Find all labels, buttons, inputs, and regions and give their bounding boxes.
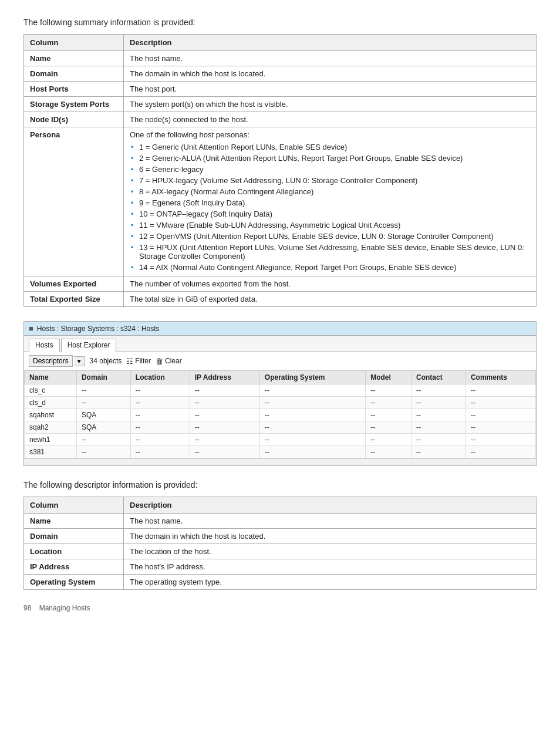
descriptor-column-cell: IP Address: [24, 559, 124, 575]
descriptor-description-cell: The operating system type.: [124, 575, 537, 590]
table-row[interactable]: cls_c--------------: [25, 384, 536, 397]
summary-description-cell: The system port(s) on which the host is …: [124, 97, 537, 112]
data-grid-wrapper: NameDomainLocationIP AddressOperating Sy…: [24, 370, 536, 465]
descriptors-button[interactable]: Descriptors: [29, 355, 73, 367]
summary-description-cell: One of the following host personas:1 = G…: [124, 127, 537, 276]
clear-label[interactable]: Clear: [165, 357, 182, 365]
list-item: 8 = AIX-legacy (Normal Auto Contingent A…: [130, 186, 530, 197]
grid-column-header: Model: [366, 371, 411, 384]
tab-host-explorer[interactable]: Host Explorer: [61, 339, 117, 352]
descriptor-column-cell: Name: [24, 514, 124, 529]
table-cell: --: [465, 384, 535, 397]
table-row[interactable]: cls_d--------------: [25, 397, 536, 409]
list-item: 7 = HPUX-legacy (Volume Set Addressing, …: [130, 175, 530, 186]
table-cell: --: [411, 384, 466, 397]
widget-titlebar: ■ Hosts : Storage Systems : s324 : Hosts: [24, 322, 536, 336]
list-item: 13 = HPUX (Unit Attention Report LUNs, V…: [130, 242, 530, 262]
table-cell: --: [130, 384, 190, 397]
table-cell: --: [366, 446, 411, 458]
descriptor-col-header-description: Description: [124, 497, 537, 514]
list-item: 1 = Generic (Unit Attention Report LUNs,…: [130, 141, 530, 153]
table-cell: SQA: [76, 421, 130, 434]
table-cell: --: [366, 421, 411, 434]
table-cell: --: [76, 434, 130, 446]
table-cell: s381: [25, 446, 77, 458]
summary-column-cell: Total Exported Size: [24, 292, 124, 307]
table-cell: --: [411, 434, 466, 446]
list-item: 9 = Egenera (Soft Inquiry Data): [130, 197, 530, 208]
table-cell: --: [190, 384, 259, 397]
table-cell: --: [130, 409, 190, 421]
widget-title-icon: ■: [29, 324, 33, 333]
summary-description-cell: The number of volumes exported from the …: [124, 276, 537, 292]
page-number: 98: [23, 604, 31, 612]
widget-tab-bar: Hosts Host Explorer: [24, 336, 536, 352]
grid-column-header: Domain: [76, 371, 130, 384]
descriptor-column-cell: Domain: [24, 529, 124, 544]
summary-column-cell: Storage System Ports: [24, 97, 124, 112]
table-cell: --: [259, 397, 365, 409]
table-cell: --: [411, 446, 466, 458]
summary-description-cell: The node(s) connected to the host.: [124, 112, 537, 127]
table-cell: --: [130, 446, 190, 458]
table-cell: --: [366, 409, 411, 421]
table-row[interactable]: sqah2SQA------------: [25, 421, 536, 434]
summary-description-cell: The total size in GiB of exported data.: [124, 292, 537, 307]
page-footer: 98 Managing Hosts: [23, 604, 537, 612]
summary-col-header-column: Column: [24, 35, 124, 51]
summary-column-cell: Node ID(s): [24, 112, 124, 127]
descriptors-control: Descriptors ▼: [29, 355, 85, 367]
table-cell: --: [259, 384, 365, 397]
table-cell: --: [76, 397, 130, 409]
clear-icon: 🗑: [156, 357, 163, 366]
table-cell: --: [190, 397, 259, 409]
descriptor-description-cell: The host's IP address.: [124, 559, 537, 575]
scrollbar[interactable]: [24, 458, 536, 465]
table-row[interactable]: newh1--------------: [25, 434, 536, 446]
grid-column-header: Comments: [465, 371, 535, 384]
table-cell: --: [190, 409, 259, 421]
summary-column-cell: Persona: [24, 127, 124, 276]
descriptors-dropdown[interactable]: ▼: [74, 356, 85, 366]
grid-column-header: Operating System: [259, 371, 365, 384]
tab-hosts[interactable]: Hosts: [29, 339, 60, 352]
table-row[interactable]: sqahostSQA------------: [25, 409, 536, 421]
list-item: 11 = VMware (Enable Sub-LUN Addressing, …: [130, 220, 530, 231]
table-cell: --: [465, 446, 535, 458]
objects-count: 34 objects: [90, 357, 122, 365]
hosts-widget: ■ Hosts : Storage Systems : s324 : Hosts…: [23, 321, 537, 466]
table-cell: cls_c: [25, 384, 77, 397]
widget-title-text: Hosts : Storage Systems : s324 : Hosts: [37, 325, 160, 333]
table-cell: --: [130, 397, 190, 409]
summary-column-cell: Domain: [24, 66, 124, 82]
summary-intro: The following summary information is pro…: [23, 18, 537, 27]
page-label: Managing Hosts: [39, 604, 90, 612]
table-row[interactable]: s381--------------: [25, 446, 536, 458]
table-cell: sqah2: [25, 421, 77, 434]
descriptor-column-cell: Operating System: [24, 575, 124, 590]
table-cell: --: [259, 446, 365, 458]
table-cell: --: [130, 434, 190, 446]
table-cell: sqahost: [25, 409, 77, 421]
summary-column-cell: Host Ports: [24, 82, 124, 97]
list-item: 12 = OpenVMS (Unit Attention Report LUNs…: [130, 231, 530, 242]
table-cell: --: [411, 397, 466, 409]
filter-button[interactable]: ☷ Filter: [126, 357, 151, 366]
table-cell: --: [190, 421, 259, 434]
clear-button[interactable]: 🗑 Clear: [156, 357, 182, 366]
table-cell: --: [76, 446, 130, 458]
descriptor-description-cell: The location of the host.: [124, 544, 537, 559]
table-cell: --: [76, 384, 130, 397]
grid-column-header: Name: [25, 371, 77, 384]
descriptor-column-cell: Location: [24, 544, 124, 559]
table-cell: --: [411, 409, 466, 421]
table-cell: --: [465, 409, 535, 421]
summary-col-header-description: Description: [124, 35, 537, 51]
table-cell: --: [190, 434, 259, 446]
table-cell: --: [465, 421, 535, 434]
list-item: 10 = ONTAP–legacy (Soft Inquiry Data): [130, 208, 530, 220]
table-cell: --: [259, 409, 365, 421]
filter-label[interactable]: Filter: [135, 357, 151, 365]
data-grid: NameDomainLocationIP AddressOperating Sy…: [24, 370, 536, 458]
list-item: 6 = Generic-legacy: [130, 164, 530, 175]
